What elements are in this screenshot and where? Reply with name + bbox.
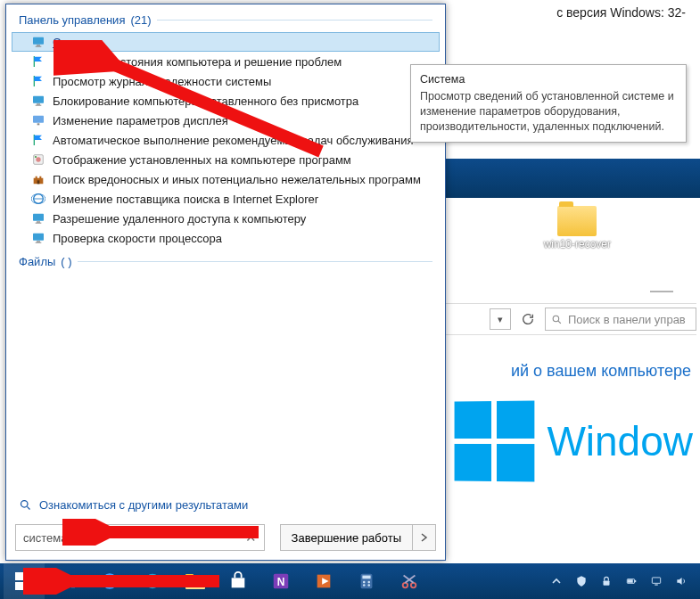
svg-rect-14 (35, 156, 37, 158)
refresh-icon[interactable] (516, 308, 539, 331)
tray-volume-icon[interactable] (673, 573, 689, 589)
search-result-item[interactable]: Проверка скорости процессора (12, 228, 440, 248)
svg-rect-6 (36, 46, 42, 47)
svg-rect-9 (36, 105, 42, 106)
shutdown-button-group: Завершение работы (280, 524, 436, 551)
calculator-icon (357, 571, 376, 591)
ie-icon (100, 571, 119, 591)
svg-line-3 (558, 321, 561, 324)
task-calc[interactable] (346, 563, 387, 599)
tray-network-icon[interactable] (648, 573, 664, 589)
search-result-item[interactable]: Проверка состояния компьютера и решение … (12, 52, 440, 71)
search-result-item[interactable]: Отображение установленных на компьютере … (12, 150, 440, 169)
search-result-item[interactable]: Система (12, 32, 440, 52)
search-result-item[interactable]: Изменение параметров дисплея (12, 111, 440, 130)
start-button[interactable] (4, 563, 45, 599)
folder-icon (557, 206, 597, 236)
section-header-files: Файлы ( ) (6, 248, 445, 274)
start-search-panel: Панель управления (21) СистемаПроверка с… (5, 4, 446, 561)
search-result-label: Просмотр журнала надежности системы (53, 75, 271, 88)
task-snip[interactable] (389, 563, 430, 599)
task-store[interactable] (218, 563, 259, 599)
svg-rect-11 (37, 123, 40, 125)
task-libraries[interactable] (46, 563, 87, 599)
search-result-label: Система (53, 36, 99, 49)
windows-logo-icon (455, 401, 535, 482)
svg-point-46 (367, 584, 370, 587)
shutdown-button[interactable]: Завершение работы (280, 524, 413, 551)
bg-nav-bar: ▾ Поиск в панели управ (429, 303, 696, 335)
desktop-folder[interactable]: win10-recover (544, 206, 611, 250)
search-row: ✕ Завершение работы (15, 524, 436, 551)
svg-point-13 (36, 157, 40, 161)
svg-point-44 (367, 581, 370, 584)
more-results-link[interactable]: Ознакомиться с другими результатами (19, 498, 248, 512)
svg-rect-35 (185, 574, 194, 578)
tray-up-icon[interactable] (548, 573, 564, 589)
tray-power-icon[interactable] (623, 573, 639, 589)
svg-rect-42 (362, 576, 370, 579)
search-result-item[interactable]: Изменение поставщика поиска в Internet E… (12, 189, 440, 209)
explorer-icon (185, 572, 206, 590)
search-result-item[interactable]: Просмотр журнала надежности системы (12, 71, 440, 91)
nav-dropdown[interactable]: ▾ (490, 308, 511, 330)
scissors-icon (399, 571, 419, 591)
bg-dark-stripe (432, 159, 700, 198)
search-input[interactable] (23, 531, 234, 545)
svg-rect-28 (25, 582, 33, 590)
svg-rect-15 (37, 180, 40, 184)
svg-rect-36 (232, 578, 245, 587)
clear-icon[interactable]: ✕ (245, 529, 257, 546)
svg-rect-52 (628, 579, 633, 583)
tray-security-icon[interactable] (573, 573, 589, 589)
svg-rect-29 (60, 577, 64, 588)
chevron-right-icon (421, 533, 428, 542)
flag-icon (31, 74, 45, 88)
svg-rect-19 (36, 223, 42, 224)
windows-logo-icon (15, 572, 33, 590)
nav-search-placeholder: Поиск в панели управ (568, 313, 686, 326)
svg-rect-26 (25, 572, 33, 580)
search-result-item[interactable]: Поиск вредоносных и иных потенциально не… (12, 169, 440, 189)
display-icon (31, 113, 45, 127)
svg-rect-8 (37, 103, 40, 104)
folder-label: win10-recover (544, 238, 611, 250)
task-media[interactable] (303, 563, 344, 599)
search-result-label: Отображение установленных на компьютере … (53, 153, 351, 167)
svg-point-48 (411, 583, 416, 588)
section-header-label: Панель управления (19, 13, 125, 27)
svg-rect-10 (33, 116, 44, 123)
svg-rect-30 (65, 575, 70, 588)
about-computer-link[interactable]: ий о вашем компьютере (511, 362, 691, 381)
task-edge[interactable] (132, 563, 173, 599)
nav-search-box[interactable]: Поиск в панели управ (545, 308, 696, 331)
search-result-label: Проверка состояния компьютера и решение … (53, 55, 342, 69)
svg-point-43 (363, 581, 366, 584)
svg-point-47 (403, 583, 408, 588)
flag-icon (31, 54, 45, 69)
search-result-item[interactable]: Автоматическое выполнение рекомендуемых … (12, 130, 440, 150)
castle-icon (31, 172, 45, 186)
search-result-label: Разрешение удаленного доступа к компьюте… (53, 212, 306, 226)
svg-rect-53 (652, 578, 660, 583)
task-explorer[interactable] (175, 563, 216, 599)
task-ie[interactable] (89, 563, 130, 599)
store-icon (228, 571, 248, 591)
edge-icon (143, 571, 162, 591)
more-results-label: Ознакомиться с другими результатами (39, 498, 248, 512)
search-result-item[interactable]: Блокирование компьютера, оставленного бе… (12, 91, 440, 111)
bg-windows-version-text: с версия Windows: 32- (556, 5, 686, 20)
shutdown-options-button[interactable] (413, 524, 436, 551)
search-result-label: Изменение поставщика поиска в Internet E… (53, 193, 318, 206)
task-onenote[interactable]: N (260, 563, 301, 599)
search-input-box[interactable]: ✕ (15, 524, 265, 551)
svg-rect-7 (33, 96, 44, 103)
tooltip-title: Система (420, 72, 677, 87)
svg-rect-20 (33, 234, 44, 241)
tray-lock-icon[interactable] (598, 573, 614, 589)
search-result-label: Автоматическое выполнение рекомендуемых … (53, 134, 414, 147)
programs-icon (31, 152, 45, 167)
svg-rect-4 (33, 37, 44, 45)
monitor-icon (31, 211, 45, 226)
search-result-item[interactable]: Разрешение удаленного доступа к компьюте… (12, 209, 440, 228)
